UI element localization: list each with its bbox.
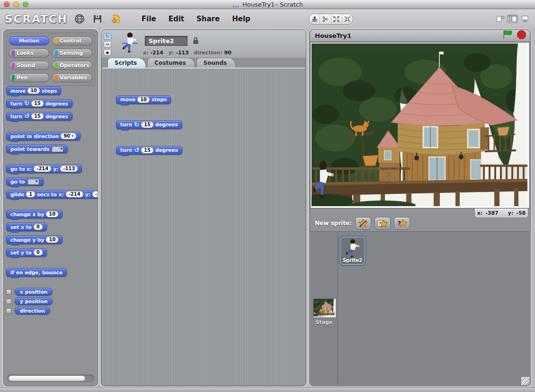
- scrollbar-thumb[interactable]: [9, 375, 85, 381]
- stage-pane: HouseTry1 x:-387 y:-58 New sprite:: [309, 29, 531, 386]
- block-label: x position: [20, 289, 47, 295]
- menu-file[interactable]: File: [142, 15, 156, 23]
- palette-block[interactable]: y position: [15, 297, 53, 305]
- number-input[interactable]: -113: [92, 191, 98, 197]
- normal-stage-button[interactable]: [507, 15, 518, 23]
- palette-block[interactable]: change y by10: [6, 235, 62, 244]
- number-input[interactable]: 10: [27, 87, 40, 94]
- rotate-style-button[interactable]: ↻: [104, 33, 111, 40]
- number-input[interactable]: 15: [141, 122, 153, 128]
- palette-block[interactable]: direction: [15, 307, 50, 314]
- number-input[interactable]: 15: [141, 147, 153, 153]
- block-label: change x by: [10, 211, 44, 217]
- block-label: degrees: [45, 101, 68, 106]
- number-dropdown[interactable]: 90▾: [61, 133, 76, 139]
- script-canvas[interactable]: move10stepsturn↻15degreesturn↺15degrees: [102, 68, 305, 385]
- dropdown[interactable]: ▾: [27, 178, 39, 185]
- stage-thumbnail-label: Stage: [311, 319, 338, 325]
- sprite-name-field[interactable]: Sprite2: [145, 36, 187, 46]
- delete-tool-button[interactable]: [320, 14, 331, 24]
- watch-checkbox[interactable]: [6, 308, 11, 314]
- palette-block[interactable]: if on edge, bounce: [6, 268, 67, 277]
- number-input[interactable]: -113: [60, 166, 78, 172]
- stage[interactable]: [311, 43, 529, 208]
- tab-sounds[interactable]: Sounds: [196, 58, 236, 68]
- palette-block[interactable]: go to x:-214y:-113: [6, 165, 82, 173]
- category-operators[interactable]: Operators: [52, 61, 92, 70]
- menu-help[interactable]: Help: [232, 15, 250, 23]
- block-label: change y by: [10, 237, 44, 243]
- palette-block[interactable]: point towards▾: [6, 145, 68, 153]
- scratch-logo: SCRATCH: [5, 13, 68, 25]
- number-input[interactable]: 15: [31, 113, 44, 119]
- number-input[interactable]: 0: [34, 224, 43, 230]
- palette-block[interactable]: go to▾: [6, 177, 44, 186]
- script-block[interactable]: move10steps: [116, 96, 171, 104]
- small-stage-button[interactable]: [495, 15, 506, 23]
- block-label: turn: [10, 101, 22, 106]
- script-block[interactable]: turn↺15degrees: [116, 146, 182, 155]
- watch-checkbox[interactable]: [6, 289, 11, 295]
- number-input[interactable]: 15: [31, 100, 44, 106]
- category-sound[interactable]: Sound: [9, 61, 49, 70]
- number-input[interactable]: -214: [66, 191, 83, 197]
- palette-block[interactable]: turn↺15degrees: [6, 112, 72, 121]
- category-pen[interactable]: Pen: [9, 73, 49, 82]
- palette-block[interactable]: move10steps: [6, 87, 61, 95]
- script-block[interactable]: turn↻15degrees: [116, 121, 182, 129]
- watch-checkbox[interactable]: [6, 299, 11, 304]
- window-resize-grip[interactable]: [521, 377, 529, 385]
- stage-thumbnail[interactable]: [313, 299, 336, 317]
- palette-horizontal-scrollbar[interactable]: [7, 375, 94, 383]
- number-input[interactable]: 1: [26, 191, 35, 197]
- category-sensing[interactable]: Sensing: [52, 49, 92, 58]
- share-project-button[interactable]: [109, 13, 122, 25]
- number-input[interactable]: 10: [46, 211, 58, 217]
- palette-block[interactable]: glide1secs to x:-214y:-113: [6, 190, 98, 199]
- paint-new-sprite-button[interactable]: [355, 217, 371, 230]
- stage-selector-column[interactable]: Stage: [311, 232, 339, 385]
- choose-sprite-from-file-button[interactable]: [374, 217, 391, 230]
- category-looks[interactable]: Looks: [9, 49, 49, 58]
- category-control[interactable]: Control: [52, 36, 92, 45]
- number-input[interactable]: 0: [34, 249, 43, 255]
- language-button[interactable]: [73, 13, 86, 25]
- category-motion[interactable]: Motion: [9, 36, 49, 45]
- block-label: point towards: [10, 146, 49, 152]
- tab-scripts[interactable]: Scripts: [107, 58, 146, 68]
- duplicate-tool-button[interactable]: [309, 14, 320, 24]
- block-label: degrees: [155, 147, 178, 153]
- lock-icon[interactable]: [192, 36, 199, 47]
- grow-sprite-tool-button[interactable]: [331, 14, 342, 24]
- save-project-button[interactable]: [91, 13, 104, 25]
- palette-block[interactable]: x position: [15, 288, 53, 296]
- category-selector: Motion Control Looks Sensing Sound Opera…: [6, 33, 95, 86]
- share-upload-icon: [110, 13, 121, 25]
- menu-share[interactable]: Share: [196, 15, 220, 23]
- presentation-mode-button[interactable]: [519, 15, 530, 23]
- surprise-sprite-button[interactable]: ?: [394, 217, 410, 230]
- no-rotate-style-button[interactable]: ▪: [104, 49, 111, 56]
- clockwise-arrow-icon: ↻: [134, 122, 139, 128]
- sprite-list-item-sprite2[interactable]: Sprite2: [339, 236, 366, 265]
- mouse-position-readout: x:-387 y:-58: [474, 209, 528, 218]
- palette-block[interactable]: turn↻15degrees: [6, 99, 72, 108]
- number-input[interactable]: -214: [34, 166, 51, 172]
- green-flag-button[interactable]: [502, 30, 513, 41]
- palette-block[interactable]: change x by10: [6, 210, 62, 218]
- palette-block[interactable]: point in direction90▾: [6, 132, 80, 140]
- menu-edit[interactable]: Edit: [169, 15, 184, 23]
- left-right-style-button[interactable]: ↔: [104, 41, 111, 48]
- palette-block[interactable]: set y to0: [6, 248, 47, 257]
- number-input[interactable]: 10: [137, 96, 150, 103]
- category-variables[interactable]: Variables: [52, 73, 92, 82]
- stage-view-modes: [493, 15, 530, 23]
- dropdown[interactable]: ▾: [51, 146, 63, 152]
- palette-block[interactable]: set x to0: [6, 223, 47, 231]
- shrink-sprite-tool-button[interactable]: [342, 14, 353, 24]
- tab-costumes[interactable]: Costumes: [147, 58, 195, 68]
- stop-button[interactable]: [517, 30, 526, 41]
- number-input[interactable]: 10: [46, 236, 58, 243]
- caret-down-icon: ▾: [60, 147, 62, 151]
- sprite2-thumbnail-image: [345, 239, 361, 259]
